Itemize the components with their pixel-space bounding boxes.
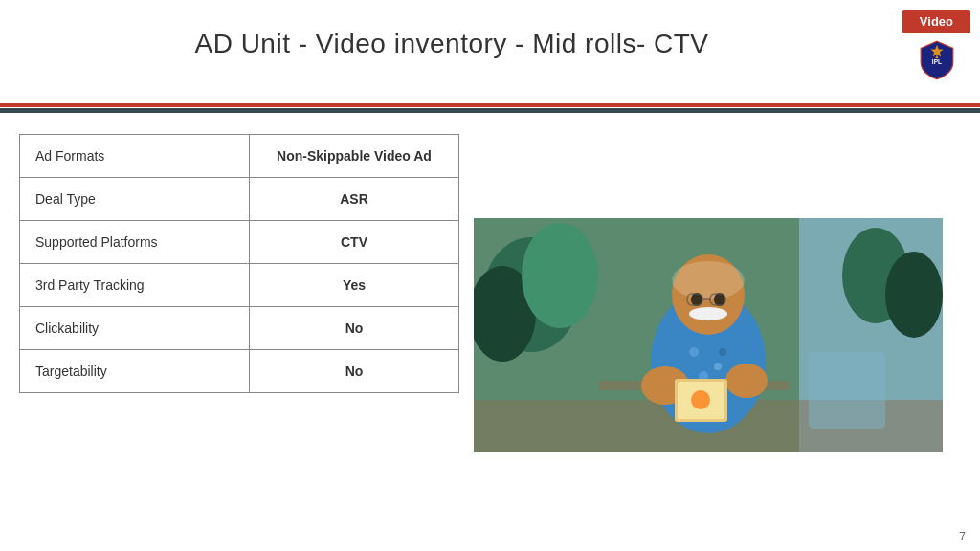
table-cell-value: Yes	[250, 264, 459, 307]
ad-unit-table: Ad FormatsNon-Skippable Video AdDeal Typ…	[19, 134, 459, 393]
table-cell-label: Deal Type	[20, 178, 250, 221]
table-row: Ad FormatsNon-Skippable Video Ad	[20, 135, 459, 178]
svg-point-18	[672, 261, 745, 299]
svg-text:IPL: IPL	[932, 58, 942, 65]
table-cell-value: CTV	[250, 221, 459, 264]
ipl-logo: IPL ▲	[903, 36, 970, 84]
svg-point-14	[714, 363, 722, 370]
table-cell-value: ASR	[250, 178, 459, 221]
video-button[interactable]: Video	[902, 10, 970, 33]
svg-point-19	[689, 307, 727, 320]
video-thumbnail	[474, 218, 943, 452]
table-cell-value: Non-Skippable Video Ad	[250, 135, 459, 178]
page-title: AD Unit - Video inventory - Mid rolls- C…	[19, 29, 884, 59]
svg-rect-30	[809, 352, 885, 429]
table-cell-label: 3rd Party Tracking	[20, 264, 250, 307]
svg-point-9	[885, 252, 943, 338]
table-row: TargetabilityNo	[20, 350, 459, 393]
table-cell-label: Ad Formats	[20, 135, 250, 178]
table-cell-value: No	[250, 307, 459, 350]
table-cell-value: No	[250, 350, 459, 393]
table-row: ClickabilityNo	[20, 307, 459, 350]
table-row: 3rd Party TrackingYes	[20, 264, 459, 307]
table-row: Supported PlatformsCTV	[20, 221, 459, 264]
table-cell-label: Targetability	[20, 350, 250, 393]
table-row: Deal TypeASR	[20, 178, 459, 221]
svg-point-26	[725, 364, 768, 398]
decorative-bars	[0, 103, 980, 113]
page-number: 7	[959, 530, 966, 543]
table-cell-label: Supported Platforms	[20, 221, 250, 264]
svg-point-13	[689, 347, 699, 357]
svg-point-16	[719, 348, 726, 356]
svg-text:▲: ▲	[934, 54, 939, 59]
table-cell-label: Clickability	[20, 307, 250, 350]
svg-point-29	[691, 390, 710, 409]
svg-point-7	[522, 223, 598, 328]
